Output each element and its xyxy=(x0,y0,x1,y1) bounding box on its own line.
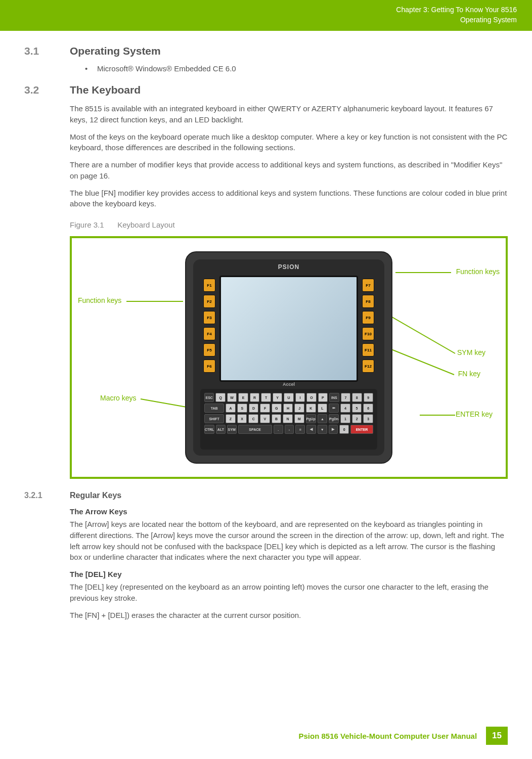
bullet-marker: • xyxy=(85,64,97,73)
key: F xyxy=(260,404,270,413)
fkey: F12 xyxy=(362,360,374,373)
key: Y xyxy=(273,393,282,402)
key: 5 xyxy=(352,404,362,413)
keyboard-row: CTRLALTSYM SPACE .-= ◀▼▶ 0 ENTER xyxy=(204,425,373,434)
key: PgDn xyxy=(329,414,339,423)
fkey: F4 xyxy=(203,327,215,340)
section-number: 3.2 xyxy=(24,84,70,96)
key-ctrl: CTRL xyxy=(204,425,214,434)
sub-heading-del-key: The [DEL] Key xyxy=(70,570,508,578)
paragraph: The [Arrow] keys are located near the bo… xyxy=(70,519,508,563)
key: G xyxy=(272,404,282,413)
section-3-1: 3.1 Operating System xyxy=(24,45,508,57)
key-left: ◀ xyxy=(306,425,316,434)
key: P xyxy=(318,393,328,402)
callout-sym-key: SYM key xyxy=(457,348,485,356)
fkey: F8 xyxy=(362,295,374,308)
callout-enter-key: ENTER key xyxy=(456,410,493,418)
key: T xyxy=(261,393,271,402)
key: 7 xyxy=(341,393,350,402)
key: E xyxy=(238,393,248,402)
key: Q xyxy=(215,393,225,402)
subsection-number: 3.2.1 xyxy=(24,491,70,500)
keyboard-row: SHIFT ZXCVBNM PgUp▲PgDn 123 xyxy=(204,414,373,423)
section-title: Operating System xyxy=(70,45,161,57)
page-number: 15 xyxy=(486,727,508,745)
bullet-item: • Microsoft® Windows® Embedded CE 6.0 xyxy=(85,64,508,73)
section-3-2: 3.2 The Keyboard xyxy=(24,84,508,96)
fkey: F9 xyxy=(362,311,374,324)
fkey: F11 xyxy=(362,343,374,356)
device-screen xyxy=(219,276,358,382)
key: N xyxy=(283,414,293,423)
key: PgUp xyxy=(306,414,316,423)
callout-macro-keys: Macro keys xyxy=(100,394,137,402)
fkey: F1 xyxy=(203,279,215,292)
fkey-column-right: F7 F8 F9 F10 F11 F12 xyxy=(362,279,374,373)
fkey: F2 xyxy=(203,295,215,308)
figure-keyboard-layout: Function keys Macro keys Function keys S… xyxy=(70,236,508,479)
footer-manual-title: Psion 8516 Vehicle-Mount Computer User M… xyxy=(298,732,477,740)
keyboard-row: ESC QWERTYUIOP INS 789 xyxy=(204,393,373,402)
callout-function-keys-right: Function keys xyxy=(456,267,500,276)
device-brand: PSION xyxy=(193,263,384,271)
device-bezel: PSION F1 F2 F3 F4 F5 F6 F7 F8 F9 F10 xyxy=(193,259,384,456)
keyboard-area: Accel ESC QWERTYUIOP INS 789 TAB ASDFGHJ… xyxy=(200,389,377,450)
key: V xyxy=(260,414,270,423)
key: W xyxy=(227,393,237,402)
fkey: F3 xyxy=(203,311,215,324)
fkey: F6 xyxy=(203,360,215,373)
section-3-2-1: 3.2.1 Regular Keys xyxy=(24,491,508,500)
header-chapter: Chapter 3: Getting To Know Your 8516 xyxy=(15,5,517,15)
key: X xyxy=(237,414,247,423)
paragraph: There are a number of modifier keys that… xyxy=(70,159,508,182)
paragraph: Most of the keys on the keyboard operate… xyxy=(70,131,508,154)
figure-caption: Figure 3.1 Keyboard Layout xyxy=(70,220,508,229)
key-tab: TAB xyxy=(204,404,224,413)
bullet-text: Microsoft® Windows® Embedded CE 6.0 xyxy=(97,64,236,73)
key-down: ▼ xyxy=(318,425,327,434)
callout-line xyxy=(126,301,183,302)
key: D xyxy=(249,404,259,413)
keyboard-row: TAB ASDFGHJKL ⬅ 456 xyxy=(204,404,373,413)
fkey: F7 xyxy=(362,279,374,292)
key: 0 xyxy=(339,425,349,434)
key: B xyxy=(272,414,282,423)
fkey: F10 xyxy=(362,327,374,340)
key: 6 xyxy=(363,404,373,413)
key: 8 xyxy=(352,393,362,402)
key: = xyxy=(295,425,305,434)
sub-heading-arrow-keys: The Arrow Keys xyxy=(70,507,508,516)
key: K xyxy=(306,404,316,413)
key: S xyxy=(237,404,247,413)
figure-number: Figure 3.1 xyxy=(70,220,115,229)
key-shift: SHIFT xyxy=(204,414,224,423)
key: 4 xyxy=(340,404,350,413)
keyboard-label: Accel xyxy=(200,382,377,387)
paragraph: The [FN] + [DEL]) erases the character a… xyxy=(70,610,508,621)
key-enter: ENTER xyxy=(350,425,373,434)
key-sym: SYM xyxy=(227,425,237,434)
key: O xyxy=(306,393,316,402)
key: I xyxy=(295,393,305,402)
callout-fn-key: FN key xyxy=(458,370,480,378)
callout-function-keys-left: Function keys xyxy=(78,296,121,304)
section-number: 3.1 xyxy=(24,45,70,57)
key: A xyxy=(226,404,236,413)
callout-line xyxy=(420,415,455,416)
key: . xyxy=(274,425,283,434)
subsection-title: Regular Keys xyxy=(70,491,121,500)
key: M xyxy=(294,414,304,423)
fkey: F5 xyxy=(203,343,215,356)
page-content: 3.1 Operating System • Microsoft® Window… xyxy=(0,31,532,620)
key: Z xyxy=(226,414,236,423)
key-up: ▲ xyxy=(318,414,328,423)
key: J xyxy=(294,404,304,413)
key-alt: ALT xyxy=(216,425,226,434)
paragraph: The [DEL] key (represented on the keyboa… xyxy=(70,582,508,604)
key-space: SPACE xyxy=(238,425,272,434)
figure-title: Keyboard Layout xyxy=(117,220,174,229)
key: R xyxy=(250,393,259,402)
key-del: ⬅ xyxy=(329,404,339,413)
key: C xyxy=(248,414,258,423)
